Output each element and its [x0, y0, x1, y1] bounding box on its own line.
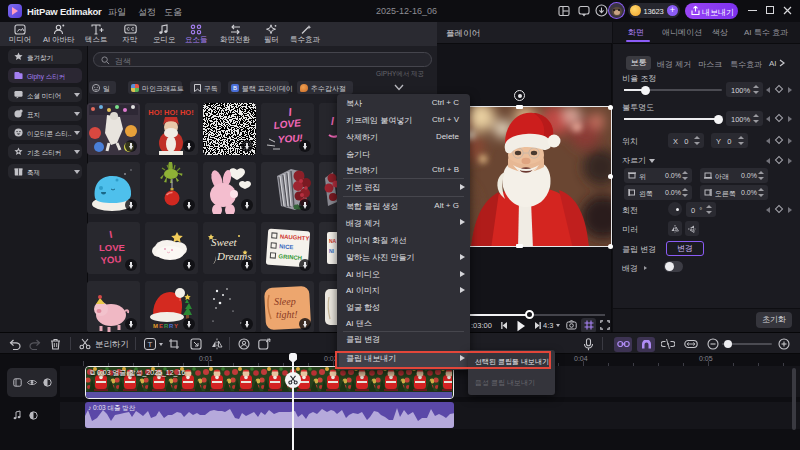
svg-text:I: I — [331, 116, 334, 127]
svg-text:LOVE: LOVE — [99, 242, 125, 253]
svg-text:HO! HO! HO!: HO! HO! HO! — [148, 108, 193, 117]
svg-text:NI: NI — [329, 248, 335, 254]
svg-text:NA: NA — [329, 238, 337, 244]
svg-text:NICE: NICE — [279, 243, 294, 250]
svg-text:M: M — [153, 323, 158, 329]
svg-text:YOU: YOU — [100, 253, 122, 266]
svg-text:tight!: tight! — [276, 309, 298, 320]
svg-text:Sleep: Sleep — [274, 296, 296, 307]
svg-text:Sweet: Sweet — [211, 236, 238, 248]
svg-text:Y: Y — [174, 323, 178, 329]
svg-text:E: E — [159, 323, 163, 329]
